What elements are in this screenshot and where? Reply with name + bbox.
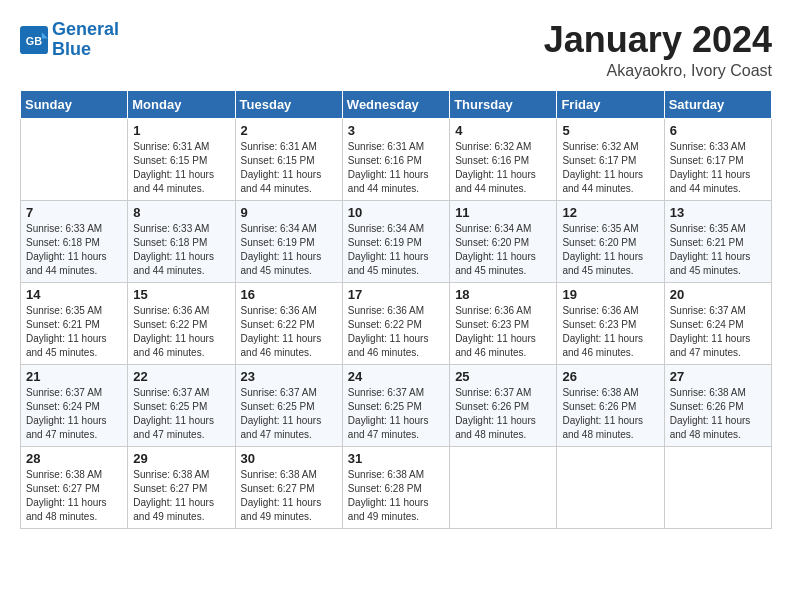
week-row: 1Sunrise: 6:31 AMSunset: 6:15 PMDaylight… (21, 118, 772, 200)
day-info: Sunrise: 6:37 AMSunset: 6:26 PMDaylight:… (455, 386, 551, 442)
logo-line2: Blue (52, 39, 91, 59)
day-number: 23 (241, 369, 337, 384)
logo-line1: General (52, 19, 119, 39)
day-info: Sunrise: 6:38 AMSunset: 6:28 PMDaylight:… (348, 468, 444, 524)
day-number: 22 (133, 369, 229, 384)
day-info: Sunrise: 6:35 AMSunset: 6:21 PMDaylight:… (26, 304, 122, 360)
week-row: 14Sunrise: 6:35 AMSunset: 6:21 PMDayligh… (21, 282, 772, 364)
day-info: Sunrise: 6:33 AMSunset: 6:18 PMDaylight:… (26, 222, 122, 278)
day-info: Sunrise: 6:37 AMSunset: 6:24 PMDaylight:… (670, 304, 766, 360)
page-header: GB General Blue January 2024 Akayaokro, … (20, 20, 772, 80)
day-number: 21 (26, 369, 122, 384)
calendar-cell: 3Sunrise: 6:31 AMSunset: 6:16 PMDaylight… (342, 118, 449, 200)
day-number: 2 (241, 123, 337, 138)
day-number: 9 (241, 205, 337, 220)
svg-text:GB: GB (26, 34, 42, 46)
day-info: Sunrise: 6:35 AMSunset: 6:21 PMDaylight:… (670, 222, 766, 278)
day-info: Sunrise: 6:36 AMSunset: 6:23 PMDaylight:… (562, 304, 658, 360)
day-number: 20 (670, 287, 766, 302)
col-header-sunday: Sunday (21, 90, 128, 118)
day-info: Sunrise: 6:36 AMSunset: 6:22 PMDaylight:… (241, 304, 337, 360)
day-info: Sunrise: 6:33 AMSunset: 6:18 PMDaylight:… (133, 222, 229, 278)
day-number: 11 (455, 205, 551, 220)
day-number: 30 (241, 451, 337, 466)
day-info: Sunrise: 6:35 AMSunset: 6:20 PMDaylight:… (562, 222, 658, 278)
calendar-cell: 16Sunrise: 6:36 AMSunset: 6:22 PMDayligh… (235, 282, 342, 364)
calendar-cell: 31Sunrise: 6:38 AMSunset: 6:28 PMDayligh… (342, 446, 449, 528)
calendar-cell (664, 446, 771, 528)
day-number: 15 (133, 287, 229, 302)
calendar-cell: 29Sunrise: 6:38 AMSunset: 6:27 PMDayligh… (128, 446, 235, 528)
calendar-cell: 30Sunrise: 6:38 AMSunset: 6:27 PMDayligh… (235, 446, 342, 528)
calendar-cell: 23Sunrise: 6:37 AMSunset: 6:25 PMDayligh… (235, 364, 342, 446)
day-info: Sunrise: 6:37 AMSunset: 6:25 PMDaylight:… (133, 386, 229, 442)
title-block: January 2024 Akayaokro, Ivory Coast (544, 20, 772, 80)
calendar-cell: 7Sunrise: 6:33 AMSunset: 6:18 PMDaylight… (21, 200, 128, 282)
days-row: SundayMondayTuesdayWednesdayThursdayFrid… (21, 90, 772, 118)
col-header-tuesday: Tuesday (235, 90, 342, 118)
day-number: 18 (455, 287, 551, 302)
day-info: Sunrise: 6:34 AMSunset: 6:20 PMDaylight:… (455, 222, 551, 278)
day-number: 26 (562, 369, 658, 384)
week-row: 28Sunrise: 6:38 AMSunset: 6:27 PMDayligh… (21, 446, 772, 528)
calendar-cell: 12Sunrise: 6:35 AMSunset: 6:20 PMDayligh… (557, 200, 664, 282)
day-info: Sunrise: 6:38 AMSunset: 6:27 PMDaylight:… (26, 468, 122, 524)
calendar-cell: 1Sunrise: 6:31 AMSunset: 6:15 PMDaylight… (128, 118, 235, 200)
day-number: 1 (133, 123, 229, 138)
calendar-header: SundayMondayTuesdayWednesdayThursdayFrid… (21, 90, 772, 118)
calendar-cell: 21Sunrise: 6:37 AMSunset: 6:24 PMDayligh… (21, 364, 128, 446)
day-number: 19 (562, 287, 658, 302)
calendar-cell: 8Sunrise: 6:33 AMSunset: 6:18 PMDaylight… (128, 200, 235, 282)
day-info: Sunrise: 6:33 AMSunset: 6:17 PMDaylight:… (670, 140, 766, 196)
day-number: 28 (26, 451, 122, 466)
day-number: 10 (348, 205, 444, 220)
day-number: 31 (348, 451, 444, 466)
day-number: 27 (670, 369, 766, 384)
day-info: Sunrise: 6:32 AMSunset: 6:16 PMDaylight:… (455, 140, 551, 196)
calendar-cell: 20Sunrise: 6:37 AMSunset: 6:24 PMDayligh… (664, 282, 771, 364)
day-number: 3 (348, 123, 444, 138)
calendar-body: 1Sunrise: 6:31 AMSunset: 6:15 PMDaylight… (21, 118, 772, 528)
day-info: Sunrise: 6:38 AMSunset: 6:27 PMDaylight:… (241, 468, 337, 524)
calendar-cell: 24Sunrise: 6:37 AMSunset: 6:25 PMDayligh… (342, 364, 449, 446)
calendar-cell: 13Sunrise: 6:35 AMSunset: 6:21 PMDayligh… (664, 200, 771, 282)
calendar-cell: 18Sunrise: 6:36 AMSunset: 6:23 PMDayligh… (450, 282, 557, 364)
day-info: Sunrise: 6:38 AMSunset: 6:26 PMDaylight:… (670, 386, 766, 442)
day-number: 29 (133, 451, 229, 466)
day-number: 17 (348, 287, 444, 302)
day-info: Sunrise: 6:37 AMSunset: 6:25 PMDaylight:… (348, 386, 444, 442)
day-info: Sunrise: 6:36 AMSunset: 6:22 PMDaylight:… (348, 304, 444, 360)
day-info: Sunrise: 6:37 AMSunset: 6:25 PMDaylight:… (241, 386, 337, 442)
calendar-cell: 2Sunrise: 6:31 AMSunset: 6:15 PMDaylight… (235, 118, 342, 200)
calendar-cell: 14Sunrise: 6:35 AMSunset: 6:21 PMDayligh… (21, 282, 128, 364)
calendar-cell (21, 118, 128, 200)
day-info: Sunrise: 6:32 AMSunset: 6:17 PMDaylight:… (562, 140, 658, 196)
col-header-wednesday: Wednesday (342, 90, 449, 118)
col-header-monday: Monday (128, 90, 235, 118)
day-number: 12 (562, 205, 658, 220)
calendar-cell: 25Sunrise: 6:37 AMSunset: 6:26 PMDayligh… (450, 364, 557, 446)
day-number: 7 (26, 205, 122, 220)
calendar-cell: 27Sunrise: 6:38 AMSunset: 6:26 PMDayligh… (664, 364, 771, 446)
day-number: 13 (670, 205, 766, 220)
day-number: 4 (455, 123, 551, 138)
day-info: Sunrise: 6:34 AMSunset: 6:19 PMDaylight:… (241, 222, 337, 278)
day-info: Sunrise: 6:38 AMSunset: 6:26 PMDaylight:… (562, 386, 658, 442)
day-info: Sunrise: 6:38 AMSunset: 6:27 PMDaylight:… (133, 468, 229, 524)
col-header-saturday: Saturday (664, 90, 771, 118)
calendar-cell: 19Sunrise: 6:36 AMSunset: 6:23 PMDayligh… (557, 282, 664, 364)
logo-text: General Blue (52, 20, 119, 60)
calendar-cell: 6Sunrise: 6:33 AMSunset: 6:17 PMDaylight… (664, 118, 771, 200)
day-number: 6 (670, 123, 766, 138)
calendar-cell: 11Sunrise: 6:34 AMSunset: 6:20 PMDayligh… (450, 200, 557, 282)
day-info: Sunrise: 6:31 AMSunset: 6:15 PMDaylight:… (241, 140, 337, 196)
day-info: Sunrise: 6:36 AMSunset: 6:22 PMDaylight:… (133, 304, 229, 360)
calendar-title: January 2024 (544, 20, 772, 60)
calendar-cell: 9Sunrise: 6:34 AMSunset: 6:19 PMDaylight… (235, 200, 342, 282)
day-number: 25 (455, 369, 551, 384)
day-info: Sunrise: 6:31 AMSunset: 6:16 PMDaylight:… (348, 140, 444, 196)
calendar-cell (557, 446, 664, 528)
col-header-friday: Friday (557, 90, 664, 118)
calendar-table: SundayMondayTuesdayWednesdayThursdayFrid… (20, 90, 772, 529)
calendar-cell: 22Sunrise: 6:37 AMSunset: 6:25 PMDayligh… (128, 364, 235, 446)
